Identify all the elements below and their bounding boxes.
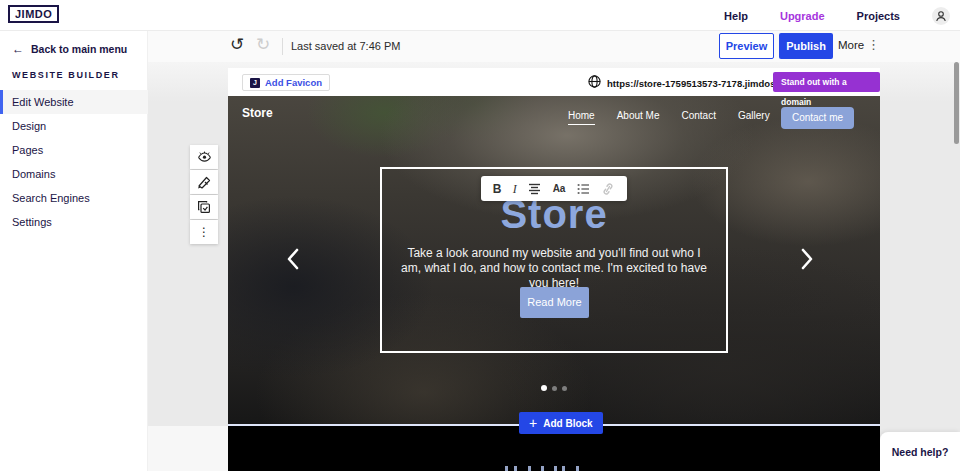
vertical-dots-icon: ⋮ <box>198 225 210 239</box>
sidebar-item-edit-website[interactable]: Edit Website <box>0 90 148 114</box>
toolbar-divider <box>282 38 283 55</box>
clipped-text-fragment <box>528 466 531 471</box>
list-icon[interactable] <box>577 183 590 195</box>
add-block-button[interactable]: + Add Block <box>519 412 603 434</box>
more-button[interactable]: More <box>838 39 864 51</box>
site-nav-home[interactable]: Home <box>568 110 595 125</box>
upgrade-link[interactable]: Upgrade <box>780 10 825 22</box>
last-saved-status: Last saved at 7:46 PM <box>291 40 400 52</box>
scrollbar-thumb[interactable] <box>954 62 959 144</box>
clipped-text-fragment <box>576 466 579 471</box>
carousel-prev-button[interactable] <box>286 248 300 270</box>
sidebar: ←Back to main menu WEBSITE BUILDER Edit … <box>0 31 148 471</box>
workspace-gutter <box>148 426 228 471</box>
more-menu-icon[interactable]: ⋮ <box>867 37 880 52</box>
favicon-placeholder-icon: J <box>250 78 260 88</box>
carousel-dot-2[interactable] <box>552 386 557 391</box>
carousel-dots <box>228 385 880 391</box>
back-arrow-icon: ← <box>12 42 24 56</box>
sidebar-item-settings[interactable]: Settings <box>0 210 148 234</box>
preview-button[interactable]: Preview <box>719 33 774 59</box>
need-help-button[interactable]: Need help? <box>880 432 960 471</box>
globe-icon <box>588 75 601 88</box>
link-icon[interactable] <box>601 183 615 195</box>
site-logo[interactable]: Store <box>242 106 273 120</box>
bold-icon[interactable]: B <box>493 183 502 195</box>
help-link[interactable]: Help <box>724 10 748 22</box>
font-style-icon[interactable]: Aa <box>553 184 566 194</box>
back-label: Back to main menu <box>31 43 127 55</box>
editor-toolbar: ↺ ↻ Last saved at 7:46 PM Preview Publis… <box>148 31 960 62</box>
carousel-dot-3[interactable] <box>562 386 567 391</box>
add-favicon-button[interactable]: J Add Favicon <box>242 74 330 91</box>
duplicate-block-button[interactable] <box>190 195 218 219</box>
sidebar-item-pages[interactable]: Pages <box>0 138 148 162</box>
site-nav-gallery[interactable]: Gallery <box>738 110 770 125</box>
block-more-button[interactable]: ⋮ <box>190 220 218 244</box>
projects-link[interactable]: Projects <box>857 10 900 22</box>
website-preview: Store Home About Me Contact Gallery Cont… <box>228 96 880 425</box>
block-style-button[interactable] <box>190 170 218 194</box>
redo-button[interactable]: ↻ <box>256 34 270 55</box>
sidebar-item-design[interactable]: Design <box>0 114 148 138</box>
site-nav-about-me[interactable]: About Me <box>617 110 660 125</box>
top-header: JIMDO Help Upgrade Projects <box>0 0 960 31</box>
italic-icon[interactable]: I <box>513 183 517 195</box>
hero-description[interactable]: Take a look around my website and you'll… <box>398 246 710 291</box>
add-block-label: Add Block <box>543 418 592 429</box>
eye-icon <box>197 151 212 163</box>
stand-out-domain-button[interactable]: Stand out with a domain <box>773 72 880 92</box>
sidebar-section-title: WEBSITE BUILDER <box>12 70 120 80</box>
clipped-text-fragment <box>505 466 508 471</box>
read-more-button[interactable]: Read More <box>520 287 589 318</box>
align-center-icon[interactable] <box>528 183 541 195</box>
header-nav: Help Upgrade Projects <box>724 0 950 31</box>
person-icon <box>935 10 947 22</box>
add-favicon-label: Add Favicon <box>265 77 322 88</box>
jimdo-logo[interactable]: JIMDO <box>8 5 59 23</box>
style-brush-icon <box>197 176 211 189</box>
clipped-text-fragment <box>562 466 565 471</box>
text-format-toolbar: B I Aa <box>481 176 627 201</box>
clipped-text-fragment <box>541 466 544 471</box>
site-nav: Home About Me Contact Gallery <box>568 110 770 125</box>
block-tools: ⋮ <box>190 145 218 245</box>
user-avatar[interactable] <box>932 7 950 25</box>
carousel-dot-1[interactable] <box>541 385 547 391</box>
sidebar-item-search-engines[interactable]: Search Engines <box>0 186 148 210</box>
jimdo-editor: JIMDO Help Upgrade Projects ↺ ↻ Last sav… <box>0 0 960 471</box>
copy-icon <box>197 200 211 214</box>
hide-block-button[interactable] <box>190 145 218 169</box>
plus-icon: + <box>529 416 537 430</box>
sidebar-item-domains[interactable]: Domains <box>0 162 148 186</box>
back-to-main-menu[interactable]: ←Back to main menu <box>12 42 127 56</box>
favicon-bar: J Add Favicon https://store-1759513573-7… <box>228 68 880 96</box>
publish-button[interactable]: Publish <box>779 33 833 59</box>
carousel-next-button[interactable] <box>800 248 814 270</box>
site-nav-contact[interactable]: Contact <box>682 110 716 125</box>
clipped-text-fragment <box>554 466 557 471</box>
clipped-text-fragment <box>514 466 517 471</box>
undo-button[interactable]: ↺ <box>230 34 244 55</box>
